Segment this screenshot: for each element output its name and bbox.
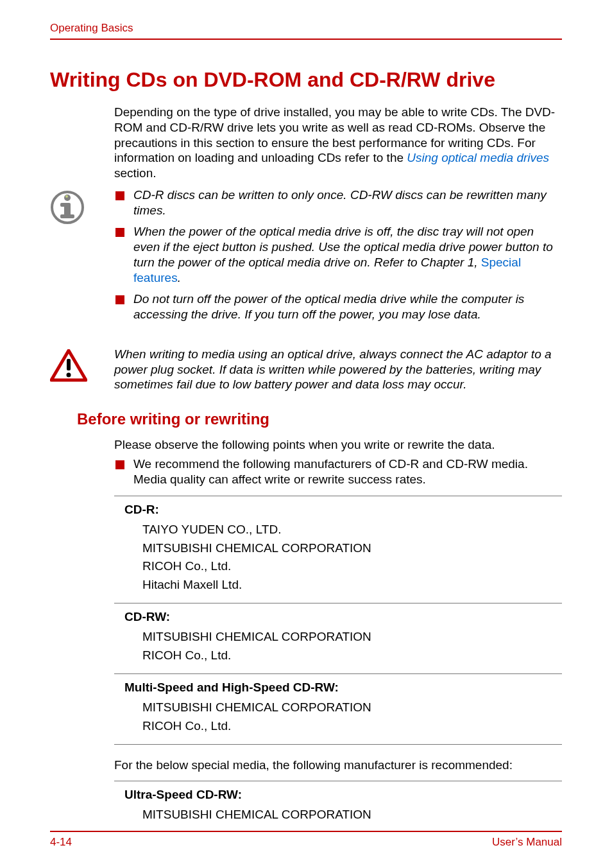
media-cdrw-item: MITSUBISHI CHEMICAL CORPORATION bbox=[142, 628, 552, 647]
media-cdr-item: RICOH Co., Ltd. bbox=[142, 557, 552, 576]
media-cdrw-item: RICOH Co., Ltd. bbox=[142, 647, 552, 665]
media-mshs-item: RICOH Co., Ltd. bbox=[142, 717, 552, 736]
before-intro: Please observe the following points when… bbox=[114, 437, 562, 453]
footer-page-number: 4-14 bbox=[50, 836, 72, 849]
info-callout: CD-R discs can be written to only once. … bbox=[50, 187, 562, 329]
info-bullet-2: When the power of the optical media driv… bbox=[114, 224, 562, 285]
media-cdr-item: MITSUBISHI CHEMICAL CORPORATION bbox=[142, 539, 552, 558]
svg-point-7 bbox=[67, 372, 71, 377]
svg-rect-5 bbox=[60, 214, 74, 218]
footer-manual-title: User’s Manual bbox=[492, 836, 562, 849]
caution-icon bbox=[50, 349, 87, 383]
heading-1: Writing CDs on DVD-ROM and CD-R/RW drive bbox=[50, 68, 562, 92]
running-header: Operating Basics bbox=[50, 22, 562, 40]
svg-rect-6 bbox=[67, 359, 71, 370]
info-icon bbox=[50, 190, 85, 225]
intro-paragraph: Depending on the type of drive installed… bbox=[114, 105, 562, 181]
before-bullet-1: We recommend the following manufacturers… bbox=[114, 456, 562, 487]
recommended-media-table: CD-R: TAIYO YUDEN CO., LTD. MITSUBISHI C… bbox=[114, 496, 562, 833]
media-ultra-title: Ultra-Speed CD-RW: bbox=[124, 788, 552, 802]
link-using-optical-media-drives[interactable]: Using optical media drives bbox=[407, 151, 549, 164]
media-cdr-item: TAIYO YUDEN CO., LTD. bbox=[142, 521, 552, 539]
media-mshs-title: Multi-Speed and High-Speed CD-RW: bbox=[124, 681, 552, 695]
media-cdr: CD-R: TAIYO YUDEN CO., LTD. MITSUBISHI C… bbox=[114, 496, 562, 603]
svg-rect-4 bbox=[60, 203, 67, 207]
caution-text: When writing to media using an optical d… bbox=[114, 347, 562, 392]
intro-text-post: section. bbox=[114, 166, 156, 180]
caution-callout: When writing to media using an optical d… bbox=[50, 347, 562, 392]
media-cdr-title: CD-R: bbox=[124, 503, 552, 517]
info-bullet-2-post: . bbox=[178, 271, 181, 284]
heading-2-before-writing: Before writing or rewriting bbox=[77, 410, 562, 428]
media-cdr-item: Hitachi Maxell Ltd. bbox=[142, 576, 552, 595]
info-bullet-3: Do not turn off the power of the optical… bbox=[114, 291, 562, 322]
svg-point-2 bbox=[65, 195, 68, 198]
media-cdrw: CD-RW: MITSUBISHI CHEMICAL CORPORATION R… bbox=[114, 603, 562, 673]
media-mshs-item: MITSUBISHI CHEMICAL CORPORATION bbox=[142, 699, 552, 717]
media-cdrw-title: CD-RW: bbox=[124, 610, 552, 624]
media-multispeed-highspeed-cdrw: Multi-Speed and High-Speed CD-RW: MITSUB… bbox=[114, 673, 562, 745]
special-media-note: For the below special media, the followi… bbox=[114, 758, 562, 773]
media-ultra-item: MITSUBISHI CHEMICAL CORPORATION bbox=[142, 806, 552, 824]
page-footer: 4-14 User’s Manual bbox=[50, 831, 562, 849]
media-ultraspeed-cdrw: Ultra-Speed CD-RW: MITSUBISHI CHEMICAL C… bbox=[114, 781, 562, 833]
info-bullet-1: CD-R discs can be written to only once. … bbox=[114, 187, 562, 218]
